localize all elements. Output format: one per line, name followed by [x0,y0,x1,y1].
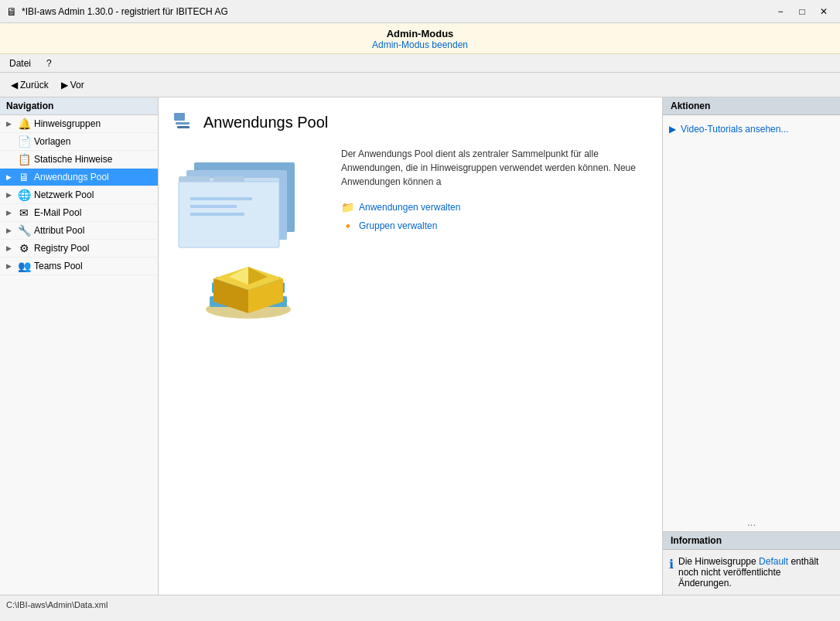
back-arrow-icon: ◀ [11,80,18,90]
link-label: Gruppen verwalten [359,220,437,231]
forward-button[interactable]: ▶ Vor [56,77,89,93]
link-label: Anwendungen verwalten [359,202,460,213]
content-header: Anwendungs Pool [171,110,650,135]
sidebar-item-statische[interactable]: 📋Statische Hinweise [0,151,158,169]
info-header: Information [663,532,840,550]
nav-item-icon: 📋 [17,153,31,165]
title-bar-left: 🖥 *IBI-aws Admin 1.30.0 - registriert fü… [6,5,228,18]
actions-dots: ... [663,513,840,531]
sidebar-item-netzwerk-pool[interactable]: ▶🌐Netzwerk Pool [0,186,158,204]
svg-rect-0 [174,113,185,121]
nav-item-label: Registry Pool [34,243,89,254]
info-text: Die Hinweisgruppe Default enthält noch n… [678,556,834,589]
close-button[interactable]: ✕ [814,4,834,19]
minimize-button[interactable]: − [770,4,790,19]
admin-mode-link[interactable]: Admin-Modus beenden [372,39,468,50]
menu-datei[interactable]: Datei [6,56,34,70]
chevron-icon: ▶ [6,191,14,199]
main-layout: Navigation ▶🔔Hinweisgruppen📄Vorlagen📋Sta… [0,97,840,595]
sidebar: Navigation ▶🔔Hinweisgruppen📄Vorlagen📋Sta… [0,97,159,595]
pool-illustration [171,147,318,325]
sidebar-item-teams-pool[interactable]: ▶👥Teams Pool [0,258,158,275]
nav-item-icon: 🌐 [17,189,31,201]
nav-item-label: Attribut Pool [34,225,84,236]
action-icon: ▶ [669,124,676,135]
info-text-before: Die Hinweisgruppe [678,556,759,567]
title-bar: 🖥 *IBI-aws Admin 1.30.0 - registriert fü… [0,0,840,23]
nav-item-icon: 🖥 [17,171,31,183]
content-illustration [171,147,326,325]
nav-item-icon: ✉ [17,206,31,219]
maximize-button[interactable]: □ [792,4,812,19]
content-header-icon [171,110,196,135]
toolbar: ◀ Zurück ▶ Vor [0,73,840,97]
svg-rect-9 [190,197,252,200]
sidebar-item-anwendungs-pool[interactable]: ▶🖥Anwendungs Pool [0,169,158,186]
svg-rect-2 [177,126,190,128]
content-text: Der Anwendungs Pool dient als zentraler … [341,147,650,325]
chevron-icon: ▶ [6,209,14,217]
nav-item-label: Vorlagen [34,136,70,147]
chevron-icon: ▶ [6,173,14,181]
svg-rect-11 [190,213,244,216]
action-label: Video-Tutorials ansehen... [681,124,788,135]
menu-bar: Datei ? [0,54,840,73]
title-bar-controls: − □ ✕ [770,4,834,19]
menu-help[interactable]: ? [43,56,55,70]
content-links: 📁Anwendungen verwalten🔸Gruppen verwalten [341,201,650,232]
content-description: Der Anwendungs Pool dient als zentraler … [341,147,650,189]
sidebar-item-registry-pool[interactable]: ▶⚙Registry Pool [0,240,158,258]
actions-header: Aktionen [663,97,840,115]
link-icon: 📁 [341,201,354,213]
svg-rect-1 [176,122,190,125]
link-icon: 🔸 [341,220,354,232]
info-panel: Information ℹ Die Hinweisgruppe Default … [663,531,840,595]
sidebar-item-hinweisgruppen[interactable]: ▶🔔Hinweisgruppen [0,115,158,133]
nav-item-icon: 👥 [17,260,31,272]
back-button[interactable]: ◀ Zurück [6,77,53,93]
actions-panel: Aktionen ▶Video-Tutorials ansehen... ...… [662,97,840,595]
nav-item-label: Netzwerk Pool [34,189,94,200]
content-link-gruppen-verwalten[interactable]: 🔸Gruppen verwalten [341,220,650,232]
svg-rect-10 [190,205,237,208]
info-content: ℹ Die Hinweisgruppe Default enthält noch… [663,550,840,595]
nav-items: ▶🔔Hinweisgruppen📄Vorlagen📋Statische Hinw… [0,115,158,275]
back-label: Zurück [20,80,49,90]
content-link-anwendungen-verwalten[interactable]: 📁Anwendungen verwalten [341,201,650,213]
chevron-icon: ▶ [6,262,14,270]
chevron-icon: ▶ [6,227,14,234]
nav-item-icon: 📄 [17,135,31,148]
content-title: Anwendungs Pool [203,114,328,131]
nav-item-icon: ⚙ [17,242,31,254]
sidebar-item-vorlagen[interactable]: 📄Vorlagen [0,133,158,151]
action-item-video-tutorials[interactable]: ▶Video-Tutorials ansehen... [669,121,834,137]
content-body: Der Anwendungs Pool dient als zentraler … [171,147,650,325]
admin-banner: Admin-Modus Admin-Modus beenden [0,23,840,54]
admin-mode-title: Admin-Modus [0,28,840,39]
status-bar: C:\IBI-aws\Admin\Data.xml [0,595,840,613]
info-icon: ℹ [669,557,674,589]
actions-content: ▶Video-Tutorials ansehen... [663,115,840,513]
nav-item-label: Hinweisgruppen [34,118,101,129]
nav-item-label: Anwendungs Pool [34,172,109,183]
status-path: C:\IBI-aws\Admin\Data.xml [6,600,108,609]
title-bar-title: *IBI-aws Admin 1.30.0 - registriert für … [22,6,228,17]
action-items: ▶Video-Tutorials ansehen... [669,121,834,137]
nav-item-label: Teams Pool [34,261,83,271]
sidebar-item-attribut-pool[interactable]: ▶🔧Attribut Pool [0,222,158,240]
app-icon: 🖥 [6,5,17,18]
nav-item-icon: 🔔 [17,118,31,130]
forward-arrow-icon: ▶ [61,80,68,90]
nav-item-icon: 🔧 [17,224,31,237]
chevron-icon: ▶ [6,244,14,252]
content-area: Anwendungs Pool [159,97,662,595]
info-default-link[interactable]: Default [759,556,788,567]
nav-item-label: Statische Hinweise [34,154,112,165]
sidebar-header: Navigation [0,97,158,115]
forward-label: Vor [70,80,84,90]
chevron-icon: ▶ [6,120,14,128]
sidebar-item-email-pool[interactable]: ▶✉E-Mail Pool [0,204,158,222]
nav-item-label: E-Mail Pool [34,207,81,218]
